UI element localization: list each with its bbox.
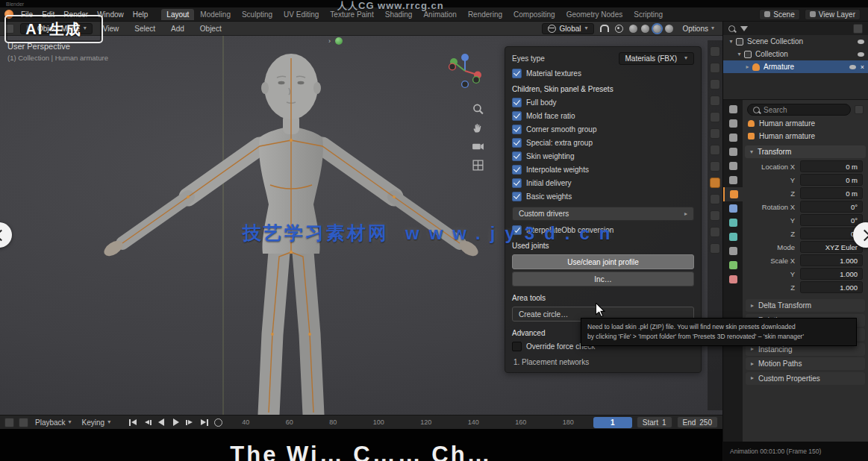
field-value[interactable]: 1.000 bbox=[800, 281, 863, 293]
properties-tab-world[interactable] bbox=[723, 173, 743, 187]
checkbox-icon[interactable] bbox=[512, 151, 522, 161]
panel-checkbox-mold-face-ratio[interactable]: Mold face ratio bbox=[505, 109, 701, 122]
properties-tab-object-data[interactable] bbox=[723, 258, 743, 272]
properties-tab-physics[interactable] bbox=[723, 230, 743, 244]
side-strip-icon[interactable] bbox=[710, 46, 720, 57]
checkbox-icon[interactable] bbox=[512, 125, 522, 134]
search-input[interactable]: Search bbox=[747, 104, 851, 116]
next-key-button[interactable] bbox=[184, 418, 196, 427]
close-icon[interactable]: × bbox=[861, 63, 864, 71]
panel-button-inc[interactable]: Inc… bbox=[512, 272, 694, 286]
transform-panel-header[interactable]: ▾ Transform bbox=[745, 145, 866, 158]
visibility-eye-icon[interactable] bbox=[858, 40, 864, 44]
expand-toolbar-icon[interactable]: › bbox=[328, 37, 331, 45]
new-collection-icon[interactable] bbox=[853, 24, 863, 34]
view-layer-selector[interactable]: View Layer bbox=[805, 9, 861, 20]
panel-dropdown[interactable]: Materials (FBX)▾ bbox=[619, 52, 694, 65]
field-value[interactable]: 0° bbox=[800, 214, 863, 226]
timeline-menu-playback[interactable]: Playback▾ bbox=[33, 418, 74, 427]
tab-sculpting[interactable]: Sculpting bbox=[237, 9, 278, 20]
checkbox-icon[interactable] bbox=[512, 138, 522, 148]
active-object-name[interactable]: Human armature bbox=[759, 132, 815, 140]
field-value[interactable]: 0 m bbox=[800, 160, 863, 172]
visibility-eye-icon[interactable] bbox=[849, 65, 856, 69]
play-back-button[interactable] bbox=[156, 418, 167, 427]
panel-checkbox-interpolate-weights[interactable]: Interpolate weights bbox=[505, 163, 701, 176]
panel-button-use-clean-joint-profile[interactable]: Use/clean joint profile bbox=[512, 254, 694, 269]
checkbox-icon[interactable] bbox=[512, 98, 522, 107]
snap-magnet-icon[interactable] bbox=[600, 25, 609, 32]
properties-tab-scene[interactable] bbox=[723, 159, 743, 173]
search-icon[interactable] bbox=[728, 25, 735, 32]
viewport-menu-select[interactable]: Select bbox=[130, 24, 160, 34]
filter-funnel-icon[interactable] bbox=[740, 26, 748, 31]
properties-tab-tool[interactable] bbox=[723, 102, 743, 116]
section-motion-paths[interactable]: ▸Motion Paths bbox=[746, 357, 865, 370]
checkbox-icon[interactable] bbox=[512, 111, 522, 121]
checkbox-icon[interactable] bbox=[512, 165, 522, 175]
panel-checkbox-basic-weights[interactable]: Basic weights bbox=[505, 189, 701, 203]
side-strip-icon[interactable] bbox=[710, 178, 720, 188]
outliner-row-armature[interactable]: ▸Armature× bbox=[723, 60, 868, 73]
side-strip-icon[interactable] bbox=[710, 210, 720, 221]
properties-tab-output[interactable] bbox=[723, 131, 743, 145]
tab-rendering[interactable]: Rendering bbox=[463, 9, 508, 20]
navigation-gizmo[interactable] bbox=[445, 51, 485, 92]
timeline-editor-icon[interactable] bbox=[4, 418, 14, 427]
panel-checkbox-full-body[interactable]: Full body bbox=[505, 95, 701, 109]
checkbox-icon[interactable] bbox=[512, 69, 522, 78]
panel-checkbox-special-extra-group[interactable]: Special: extra group bbox=[505, 136, 701, 149]
field-value[interactable]: 1.000 bbox=[800, 268, 863, 280]
outliner-row-scene-collection[interactable]: ▾Scene Collection bbox=[723, 35, 868, 48]
frame-end-field[interactable]: End 250 bbox=[677, 416, 718, 428]
filter-options-icon[interactable] bbox=[855, 105, 864, 114]
zoom-icon[interactable] bbox=[472, 103, 484, 116]
panel-checkbox-material-textures[interactable]: Material textures bbox=[505, 66, 701, 80]
prev-key-button[interactable] bbox=[142, 418, 153, 427]
field-value[interactable]: 0 m bbox=[800, 187, 863, 199]
outliner-row-collection[interactable]: ▾Collection bbox=[723, 48, 868, 60]
properties-tab-object[interactable] bbox=[723, 187, 743, 201]
properties-tab-constraints[interactable] bbox=[723, 244, 743, 258]
disclosure-triangle-icon[interactable]: ▾ bbox=[726, 38, 736, 45]
section-custom-properties[interactable]: ▸Custom Properties bbox=[746, 372, 865, 385]
play-button[interactable] bbox=[170, 418, 181, 427]
jump-end-button[interactable] bbox=[199, 418, 210, 427]
tab-layout[interactable]: Layout bbox=[161, 9, 194, 20]
material-shading-icon[interactable] bbox=[653, 25, 661, 33]
checkbox-icon[interactable] bbox=[512, 342, 522, 351]
viewport-menu-add[interactable]: Add bbox=[166, 24, 189, 34]
disclosure-triangle-icon[interactable]: ▸ bbox=[743, 63, 752, 70]
clock-icon[interactable] bbox=[19, 418, 28, 427]
side-strip-icon[interactable] bbox=[710, 128, 720, 139]
side-strip-icon[interactable] bbox=[710, 227, 720, 237]
menu-help[interactable]: Help bbox=[128, 10, 153, 19]
breadcrumb-object-name[interactable]: Human armature bbox=[759, 119, 815, 128]
frame-start-field[interactable]: Start 1 bbox=[637, 416, 672, 428]
side-strip-icon[interactable] bbox=[710, 194, 720, 204]
side-strip-icon[interactable] bbox=[710, 243, 720, 254]
properties-tab-render[interactable] bbox=[723, 116, 743, 131]
timeline-menu-keying[interactable]: Keying▾ bbox=[80, 418, 113, 427]
wireframe-shading-icon[interactable] bbox=[629, 25, 637, 33]
proportional-edit-icon[interactable] bbox=[615, 25, 623, 33]
visibility-eye-icon[interactable] bbox=[858, 52, 864, 57]
tab-geometry-nodes[interactable]: Geometry Nodes bbox=[561, 9, 628, 20]
side-strip-icon[interactable] bbox=[710, 95, 720, 106]
properties-tab-material[interactable] bbox=[723, 272, 743, 286]
scene-selector[interactable]: Scene bbox=[759, 9, 799, 20]
panel-collapse-custom-drivers[interactable]: Custom drivers▸ bbox=[512, 207, 694, 221]
properties-tab-particles[interactable] bbox=[723, 216, 743, 230]
orientation-dropdown[interactable]: Global ▾ bbox=[542, 23, 594, 34]
side-strip-icon[interactable] bbox=[710, 145, 720, 155]
rendered-shading-icon[interactable] bbox=[665, 25, 673, 33]
hand-icon[interactable] bbox=[472, 122, 484, 134]
field-value[interactable]: 0° bbox=[800, 201, 863, 213]
side-strip-icon[interactable] bbox=[710, 112, 720, 122]
side-strip-icon[interactable] bbox=[710, 79, 720, 90]
panel-checkbox-skin-weighting[interactable]: Skin weighting bbox=[505, 149, 701, 163]
jump-start-button[interactable] bbox=[128, 418, 139, 427]
section-delta-transform[interactable]: ▸Delta Transform bbox=[746, 299, 865, 312]
checkbox-icon[interactable] bbox=[512, 178, 522, 188]
field-value[interactable]: XYZ Euler bbox=[800, 241, 863, 253]
